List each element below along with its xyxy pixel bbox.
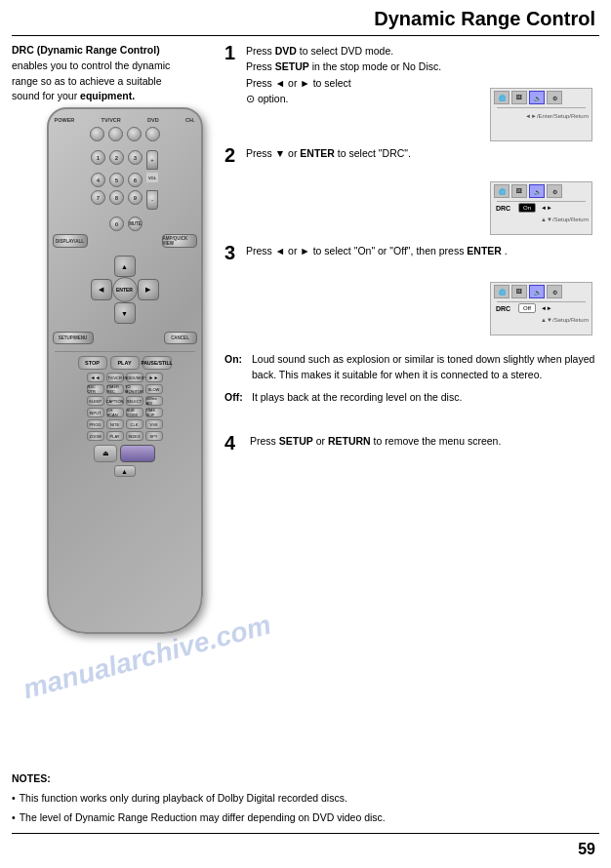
eject-btn[interactable]: ⏏ (94, 445, 117, 462)
eject-bottom[interactable]: ▲ (114, 465, 136, 477)
extra-btn[interactable] (120, 445, 155, 462)
thumb-2: 🌐 🖼 🔊 ⚙ DRC On ◄► ▲▼/Setup/Return (490, 181, 592, 235)
dpad-up[interactable] (114, 256, 136, 277)
vss-btn[interactable]: VSS (145, 419, 163, 429)
mute-btn[interactable]: MUTE (128, 217, 143, 231)
top-divider (12, 35, 599, 36)
cancel-btn[interactable]: CANCEL (164, 332, 197, 344)
clk-btn[interactable]: CLK (126, 419, 143, 429)
step-4: 4 Press SETUP or RETURN to remove the me… (224, 433, 597, 453)
thumb1-nav: ◄►/Enter/Setup/Return (491, 113, 591, 119)
off-label: Off: (224, 389, 252, 405)
note-2-text: The level of Dynamic Range Reduction may… (20, 809, 386, 825)
thumb2-on-btn: On (518, 203, 536, 213)
note-bullet-1: • (12, 790, 16, 806)
thumb2-icon1: 🌐 (494, 184, 509, 198)
on-label: On: (224, 351, 252, 383)
remote-image: POWER TV/VCR DVD CH. 1 2 3 + 4 (34, 107, 215, 644)
thumb3-icon3: 🔊 (529, 285, 545, 298)
step-3-number: 3 (224, 243, 240, 262)
play2-btn[interactable]: PLAY (106, 431, 124, 441)
enter-btn[interactable]: ENTER (112, 277, 138, 302)
time-slip[interactable]: TIME SLIP (145, 408, 163, 417)
thumb3-icon1: 🌐 (494, 285, 509, 298)
thumb1-icon3: 🔊 (529, 91, 545, 104)
thumb2-arrows: ◄► (541, 205, 552, 211)
thumb3-icon2: 🖼 (511, 285, 527, 298)
btn-0[interactable]: 0 (109, 217, 124, 231)
step-2-content: Press ▼ or ENTER to select "DRC". (246, 145, 597, 161)
thumb1-icon2: 🖼 (511, 91, 527, 104)
thumb3-icon4: ⚙ (547, 285, 562, 298)
btn-4[interactable]: 4 (91, 173, 105, 187)
btn-7[interactable]: 7 (91, 190, 105, 205)
intro-text: DRC (Dynamic Range Control) enables you … (12, 43, 173, 104)
tvvcr-btn[interactable] (108, 127, 123, 141)
select-btn[interactable]: SELECT (126, 396, 143, 406)
30sec-btn[interactable]: 30Sec AD/ (145, 396, 163, 406)
prog-btn[interactable]: PROG (87, 419, 104, 429)
step-2-number: 2 (224, 145, 240, 165)
index2-btn[interactable]: INDEX (126, 431, 143, 441)
thumb2-icon3: 🔊 (529, 184, 545, 198)
dpad-down[interactable] (114, 302, 136, 324)
off-description: It plays back at the recording level on … (252, 389, 462, 405)
thumb3-drc-label: DRC (496, 305, 515, 312)
tv-vcr-btn2[interactable]: TV/VCR (106, 373, 124, 382)
page-title: Dynamic Range Control (374, 8, 595, 30)
dpad-right[interactable] (138, 279, 159, 300)
timer-rec[interactable]: TIMER REC (106, 384, 124, 394)
ch-btn[interactable] (145, 127, 160, 141)
index-skip[interactable]: INDEX/SKIP (126, 373, 143, 382)
btn-8[interactable]: 8 (109, 190, 124, 205)
nite-btn[interactable]: NITE (106, 419, 124, 429)
page-number: 59 (578, 841, 595, 858)
notes-section: NOTES: • This function works only during… (12, 770, 597, 825)
ch-scan[interactable]: CH SCAN (106, 408, 124, 417)
note-bullet-2: • (12, 809, 16, 825)
slow-btn[interactable]: SLOW (145, 384, 163, 394)
step-4-number: 4 (224, 433, 240, 453)
search-fwd[interactable]: ►► (145, 373, 163, 382)
vol-up[interactable]: + (146, 150, 158, 170)
thumb1-icon1: 🌐 (494, 91, 509, 104)
search-back[interactable]: ◄◄ (87, 373, 104, 382)
thumb3-nav: ▲▼/Setup/Return (491, 317, 591, 323)
thumb2-icon4: ⚙ (547, 184, 562, 198)
vol-down[interactable]: - (146, 190, 158, 210)
dvd-btn[interactable] (127, 127, 142, 141)
caption-btn[interactable]: CAPTION (106, 396, 124, 406)
btn-5[interactable]: 5 (109, 173, 124, 187)
on-description: Loud sound such as explosion or similar … (252, 351, 597, 383)
thumb2-icon2: 🖼 (511, 184, 527, 198)
step-3: 3 Press ◄ or ► to select "On" or "Off", … (224, 243, 597, 262)
btn-2[interactable]: 2 (109, 150, 124, 165)
spy-btn[interactable]: SPY (145, 431, 163, 441)
power-btn[interactable] (90, 127, 104, 141)
sleep-btn[interactable]: SLEEP (87, 396, 104, 406)
rec-otr[interactable]: REC OTR (87, 384, 104, 394)
to-monitor[interactable]: TO MONITOR (126, 384, 143, 394)
onoff-section: On: Loud sound such as explosion or simi… (224, 351, 597, 405)
zoom-btn[interactable]: ZOOM (87, 431, 104, 441)
btn-9[interactable]: 9 (128, 190, 143, 205)
step-3-content: Press ◄ or ► to select "On" or "Off", th… (246, 243, 597, 258)
thumb1-icon4: ⚙ (547, 91, 562, 104)
vol-label: VOL (146, 173, 158, 182)
step-1-number: 1 (224, 43, 240, 62)
play-btn[interactable]: PLAY (110, 356, 140, 370)
bottom-divider (12, 833, 599, 834)
display-all-btn[interactable]: DISPLAY/ALL (53, 234, 88, 248)
amp-quickview-btn[interactable]: AMP/QUICK VIEW (162, 234, 197, 248)
btn-1[interactable]: 1 (91, 150, 105, 165)
btn-6[interactable]: 6 (128, 173, 143, 187)
input-btn[interactable]: INPUT (87, 408, 104, 417)
sub-code[interactable]: SUB CODE (126, 408, 143, 417)
pause-btn[interactable]: PAUSE/STILL (143, 356, 172, 370)
stop-btn[interactable]: STOP (78, 356, 107, 370)
setup-menu-btn[interactable]: SETUP/MENU (53, 332, 94, 344)
dpad-left[interactable] (91, 279, 112, 300)
note-1-text: This function works only during playback… (20, 790, 347, 806)
thumb3-off-btn: Off (518, 303, 536, 313)
btn-3[interactable]: 3 (128, 150, 143, 165)
